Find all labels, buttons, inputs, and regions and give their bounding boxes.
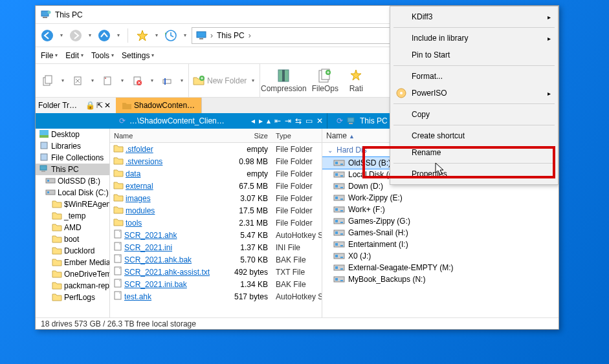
tree-item[interactable]: Desktop [36,129,109,140]
go-end-icon[interactable]: ⇥ [285,116,291,125]
svg-rect-49 [335,185,338,187]
folder-tree[interactable]: DesktopLibrariesFile CollectionsThis PCO… [36,129,110,317]
tree-item[interactable]: This PC [36,164,109,175]
col-name[interactable]: Name [110,132,227,140]
tree-item[interactable]: AMD [36,222,109,233]
fileops-tool[interactable]: FileOps [307,64,343,97]
minimize-pane-icon[interactable]: ▭ [305,116,313,125]
nav-back-icon[interactable]: ◂ [251,116,255,125]
address-segment[interactable]: This PC [217,31,245,40]
folder-icon [52,246,61,255]
pushpin-icon[interactable]: ⇱ [96,101,103,110]
favorites-dropdown[interactable]: ▾ [154,32,159,38]
file-row[interactable]: SCR_2021.ahk.bak5.70 KBBAK File [110,253,322,266]
menu-tools[interactable]: Tools▾ [91,51,114,60]
file-row[interactable]: SCR_2021.ahk-assist.txt492 bytesTXT File [110,266,322,278]
svg-rect-55 [335,208,338,211]
menu-settings[interactable]: Settings▾ [122,51,154,60]
svg-rect-30 [40,166,47,170]
cut-tool[interactable] [69,72,86,89]
file-row[interactable]: external67.5 MBFile Folder [110,180,322,192]
nav-up-icon[interactable]: ▴ [267,116,271,125]
reload-icon[interactable]: ⟳ [337,116,343,125]
compression-tool[interactable]: Compression [260,64,307,97]
new-folder-tool[interactable]: New Folder [193,75,247,87]
tree-item[interactable]: packman-repo [36,280,109,292]
file-row[interactable]: .stversions0.98 MBFile Folder [110,155,322,167]
context-menu-item[interactable]: Include in library▸ [392,30,556,47]
context-menu-item[interactable]: Create shortcut [392,127,556,144]
tab-shadowcontent[interactable]: ShadowConten… [116,98,202,113]
menu-file[interactable]: File▾ [41,51,58,60]
context-menu-item[interactable]: Format... [392,68,556,85]
forward-button[interactable] [68,28,83,43]
context-menu-item[interactable]: Pin to Start [392,47,556,63]
drive-row[interactable]: Entertainment (I:) [322,239,559,250]
file-row[interactable]: .stfolderemptyFile Folder [110,143,322,155]
tree-item[interactable]: _temp [36,210,109,222]
file-row[interactable]: images3.07 KBFile Folder [110,192,322,204]
tree-item[interactable]: PerfLogs [36,292,109,303]
lock-icon[interactable]: 🔒 [85,101,95,110]
txt-icon [114,266,122,277]
file-row[interactable]: SCR_2021.ini1.37 KBINI File [110,241,322,253]
clip-tool[interactable] [99,72,116,89]
folder-icon [52,200,61,209]
up-history-dropdown[interactable]: ▾ [116,32,121,38]
col-type[interactable]: Type [272,132,322,140]
drive-row[interactable]: Work+ (F:) [322,204,559,215]
drive-row[interactable]: Games-Zippy (G:) [322,215,559,227]
context-menu-item[interactable]: KDiff3▸ [392,8,556,25]
forward-history-dropdown[interactable]: ▾ [87,32,93,38]
drive-icon [334,217,344,225]
context-menu-item[interactable]: Rename [392,144,556,161]
file-row[interactable]: tools2.31 MBFile Folder [110,217,322,229]
tree-item[interactable]: boot [36,233,109,245]
svg-rect-59 [340,222,343,223]
file-row[interactable]: SCR_2021.ahk5.47 KBAutoHotkey S [110,229,322,241]
tree-item[interactable]: $WinREAgent [36,198,109,210]
svg-rect-17 [164,78,166,85]
menu-edit[interactable]: Edit▾ [65,51,83,60]
recent-button[interactable] [163,28,179,43]
rename-tool[interactable] [159,72,175,89]
tree-item[interactable]: Local Disk (C:) [36,187,109,198]
reload-icon[interactable]: ⟳ [119,116,126,125]
back-history-dropdown[interactable]: ▾ [59,32,64,38]
tree-item[interactable]: File Collections [36,152,109,164]
drive-row[interactable]: MyBook_Backups (N:) [322,273,559,285]
folder-tree-header: Folder Tr… 🔒 ⇱ ✕ [36,98,116,113]
nav-forward-icon[interactable]: ▸ [259,116,263,125]
up-button[interactable] [96,28,112,43]
drive-row[interactable]: External-Seagate-EMPTY (M:) [322,262,559,273]
context-menu-item[interactable]: PowerISO▸ [392,85,556,102]
file-row[interactable]: SCR_2021.ini.bak1.34 KBBAK File [110,278,322,290]
back-button[interactable] [39,28,55,43]
tree-item[interactable]: Libraries [36,140,109,152]
delete-tool[interactable] [129,72,146,89]
col-size[interactable]: Size [227,132,272,140]
drive-row[interactable]: X0 (J:) [322,250,559,262]
tree-item[interactable]: Ducklord [36,245,109,257]
tree-item[interactable]: Ember Media [36,257,109,268]
copy-tool[interactable] [39,72,56,89]
recent-dropdown[interactable]: ▾ [183,32,188,38]
swap-icon[interactable]: ⇆ [295,116,302,125]
context-menu-item[interactable]: Properties [392,166,556,182]
file-row[interactable]: test.ahk517 bytesAutoHotkey S [110,290,322,303]
file-row[interactable]: modules17.5 MBFile Folder [110,204,322,217]
drive-row[interactable]: Games-Snail (H:) [322,227,559,239]
ratings-tool[interactable]: Rati [343,64,369,97]
pc-icon [41,10,51,20]
svg-rect-27 [39,135,49,138]
go-start-icon[interactable]: ⇤ [274,116,281,125]
close-icon[interactable]: ✕ [104,101,111,110]
tree-item[interactable]: OldSSD (B:) [36,175,109,187]
list-header[interactable]: Name Size Type [110,129,322,143]
drive-row[interactable]: Work-Zippy (E:) [322,192,559,204]
tree-item[interactable]: OneDriveTemp [36,268,109,280]
file-row[interactable]: dataemptyFile Folder [110,167,322,180]
favorites-button[interactable] [135,28,150,43]
close-pane-icon[interactable]: ✕ [316,116,323,125]
context-menu-item[interactable]: Copy [392,106,556,123]
